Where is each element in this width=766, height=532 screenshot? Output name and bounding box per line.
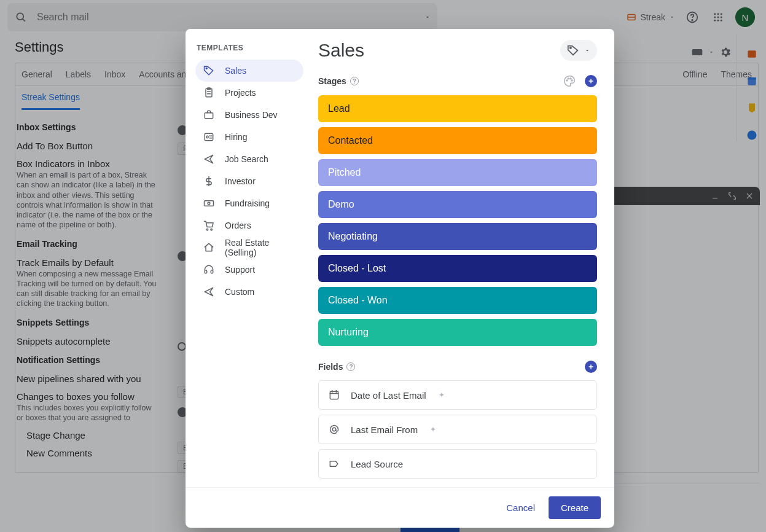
stage-closed-won[interactable]: Closed - Won	[318, 287, 597, 314]
stage-lead[interactable]: Lead	[318, 95, 597, 122]
pipeline-template-modal: TEMPLATES SalesProjectsBusiness DevHirin…	[186, 29, 614, 528]
template-item-label: Orders	[225, 221, 251, 230]
stages-help-icon[interactable]: ?	[350, 77, 359, 85]
magic-icon: ✦	[430, 425, 436, 434]
svg-point-61	[570, 78, 571, 79]
svg-point-62	[571, 80, 573, 81]
stage-nurturing[interactable]: Nurturing	[318, 319, 597, 346]
calendar-icon	[327, 388, 341, 402]
template-item-sales[interactable]: Sales	[195, 60, 303, 82]
svg-point-53	[208, 202, 210, 205]
template-item-label: Support	[225, 265, 255, 275]
fields-help-icon[interactable]: ?	[346, 362, 355, 371]
stage-closed-lost[interactable]: Closed - Lost	[318, 255, 597, 282]
svg-point-41	[206, 68, 207, 69]
cart-icon	[203, 219, 215, 232]
field-last-email-from[interactable]: Last Email From✦	[318, 415, 597, 444]
field-label: Date of Last Email	[351, 390, 426, 401]
templates-header: TEMPLATES	[197, 44, 303, 52]
tag-icon	[203, 65, 215, 77]
template-item-label: Business Dev	[225, 110, 278, 120]
create-button[interactable]: Create	[549, 496, 601, 519]
home-icon	[203, 241, 215, 254]
svg-point-54	[206, 229, 208, 230]
at-icon	[327, 423, 341, 436]
stage-pitched[interactable]: Pitched	[318, 159, 597, 186]
field-lead-source[interactable]: Lead Source	[318, 449, 597, 479]
svg-point-55	[211, 229, 213, 230]
stage-contacted[interactable]: Contacted	[318, 127, 597, 154]
template-title: Sales	[318, 40, 364, 61]
template-item-custom[interactable]: Custom	[195, 281, 303, 303]
template-item-investor[interactable]: Investor	[195, 170, 303, 192]
template-item-real-estate-selling-[interactable]: Real Estate (Selling)	[195, 237, 303, 259]
briefcase-icon	[203, 109, 215, 121]
headset-icon	[203, 264, 215, 276]
template-item-label: Investor	[225, 176, 256, 186]
palette-icon[interactable]	[563, 74, 576, 88]
svg-point-60	[568, 78, 569, 79]
svg-point-58	[570, 47, 571, 49]
svg-rect-46	[205, 113, 213, 119]
svg-rect-56	[205, 270, 206, 273]
template-item-label: Custom	[225, 287, 254, 297]
stages-list: LeadContactedPitchedDemoNegotiatingClose…	[318, 95, 597, 346]
send-icon	[203, 286, 215, 298]
clipboard-icon	[203, 87, 215, 99]
template-item-support[interactable]: Support	[195, 259, 303, 281]
svg-point-71	[332, 428, 335, 431]
template-item-label: Hiring	[225, 132, 248, 142]
chevron-down-icon	[584, 47, 591, 54]
field-label: Last Email From	[351, 424, 418, 435]
dollar-icon	[203, 175, 215, 187]
svg-point-48	[206, 136, 208, 138]
stages-label: Stages	[318, 76, 346, 86]
template-item-business-dev[interactable]: Business Dev	[195, 104, 303, 126]
svg-rect-57	[211, 270, 213, 273]
stage-negotiating[interactable]: Negotiating	[318, 223, 597, 250]
template-item-fundraising[interactable]: Fundraising	[195, 192, 303, 214]
template-item-hiring[interactable]: Hiring	[195, 126, 303, 148]
template-main: Sales Stages ?	[308, 29, 614, 487]
template-item-job-search[interactable]: Job Search	[195, 148, 303, 170]
templates-sidebar: TEMPLATES SalesProjectsBusiness DevHirin…	[186, 29, 308, 487]
tag-dropdown[interactable]	[560, 40, 597, 61]
template-item-orders[interactable]: Orders	[195, 214, 303, 237]
stage-demo[interactable]: Demo	[318, 191, 597, 218]
cancel-button[interactable]: Cancel	[506, 503, 535, 513]
label-icon	[327, 457, 341, 471]
send-icon	[203, 153, 215, 165]
modal-footer: Cancel Create	[186, 487, 614, 528]
add-stage-button[interactable]	[585, 75, 597, 87]
fields-label: Fields	[318, 362, 343, 372]
template-item-label: Real Estate (Selling)	[225, 238, 296, 257]
field-label: Lead Source	[351, 459, 403, 469]
template-item-label: Job Search	[225, 154, 268, 164]
template-item-projects[interactable]: Projects	[195, 82, 303, 104]
template-item-label: Sales	[225, 66, 246, 76]
svg-rect-67	[330, 391, 338, 399]
tag-icon	[566, 44, 580, 57]
fields-list: Date of Last Email✦Last Email From✦Lead …	[318, 380, 597, 479]
magic-icon: ✦	[439, 391, 445, 399]
cash-icon	[203, 197, 215, 209]
svg-point-59	[566, 80, 568, 81]
svg-rect-52	[205, 201, 214, 206]
add-field-button[interactable]	[585, 361, 597, 373]
template-item-label: Fundraising	[225, 198, 270, 208]
field-date-of-last-email[interactable]: Date of Last Email✦	[318, 380, 597, 410]
template-item-label: Projects	[225, 88, 256, 98]
badge-icon	[203, 131, 215, 143]
